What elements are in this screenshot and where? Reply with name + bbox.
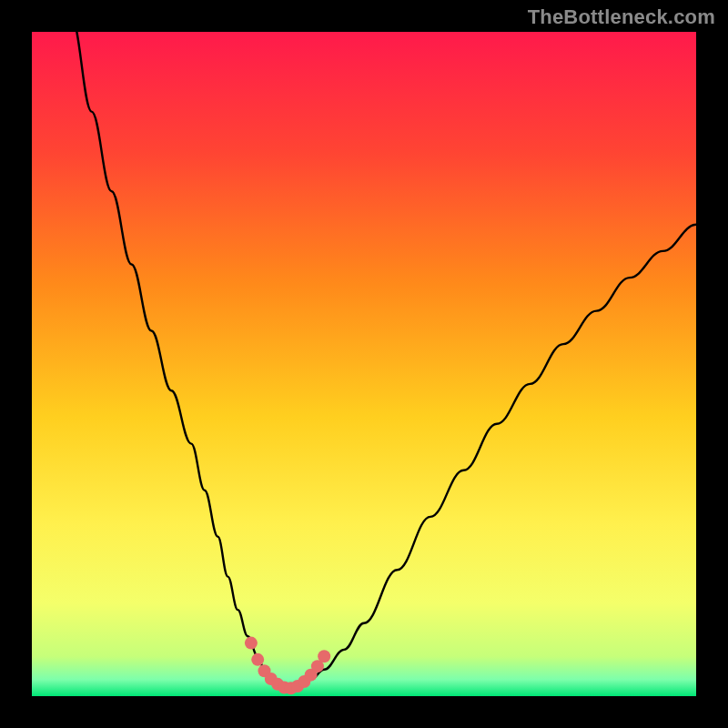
bottleneck-curve [32, 32, 696, 696]
plot-area [32, 32, 696, 696]
valley-marker [245, 637, 258, 650]
chart-frame: TheBottleneck.com [0, 0, 728, 728]
valley-marker [318, 650, 330, 662]
valley-marker [251, 653, 264, 666]
valley-markers [245, 637, 330, 695]
watermark-text: TheBottleneck.com [528, 5, 715, 29]
